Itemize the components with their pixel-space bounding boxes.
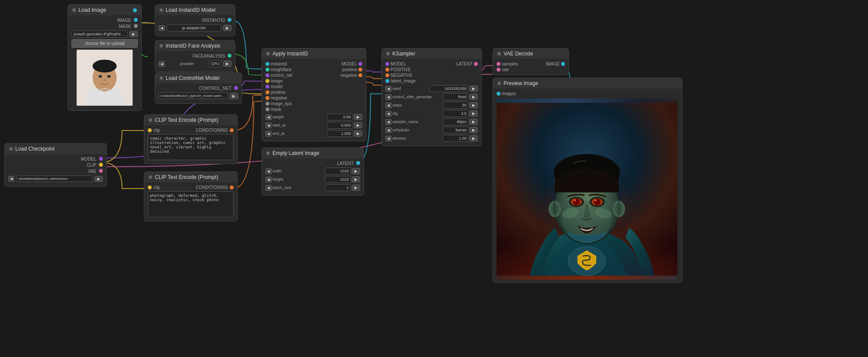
vae-in — [497, 68, 500, 72]
end-right[interactable]: ▶ — [354, 130, 362, 137]
end-at-row: ◀ end_at 1.000 ▶ — [266, 130, 362, 137]
weight-left[interactable]: ◀ — [266, 114, 272, 120]
start-right[interactable]: ▶ — [354, 122, 362, 128]
sampler-label: sampler_name — [392, 120, 442, 124]
width-val[interactable]: 1016 — [325, 168, 351, 175]
weight-right[interactable]: ▶ — [354, 114, 362, 120]
seed-right[interactable]: ▶ — [470, 86, 478, 92]
cag-left[interactable]: ◀ — [385, 94, 391, 100]
height-row: ◀ height 1016 ▶ — [266, 176, 360, 183]
denoise-right[interactable]: ▶ — [470, 135, 478, 141]
load-instantid-model-node: Load InstantID Model INSTANTID ◀ ip-adap… — [155, 4, 235, 36]
positive-prompt-textarea[interactable]: comic character, graphic illustration, c… — [148, 134, 234, 160]
denoise-val[interactable]: 1.00 — [443, 135, 469, 142]
provider-row: ◀ provider CPU ▶ — [159, 60, 231, 67]
left-arrow[interactable]: ◀ — [8, 176, 14, 182]
empty-latent-node: Empty Latent Image LATENT ◀ width 1016 ▶… — [262, 148, 364, 196]
height-label: height — [272, 177, 324, 182]
negative-prompt-textarea[interactable]: photograph, deformed, glitch, noisy, rea… — [148, 191, 234, 217]
preview-image-body: images — [493, 89, 682, 282]
batch-left[interactable]: ◀ — [266, 185, 272, 191]
sampler-right[interactable]: ▶ — [470, 119, 478, 125]
cfg-val[interactable]: 4.5 — [443, 110, 469, 117]
mask-port-dot — [134, 24, 138, 28]
steps-left[interactable]: ◀ — [385, 103, 391, 108]
left-arrow-btn[interactable]: ◀ — [159, 25, 165, 31]
empty-latent-header: Empty Latent Image — [262, 148, 364, 158]
play-btn[interactable]: ▶ — [95, 176, 103, 182]
width-row: ◀ width 1016 ▶ — [266, 168, 360, 175]
vae-out-port — [99, 169, 103, 173]
play-button[interactable]: ▶ — [129, 31, 138, 37]
height-val[interactable]: 1016 — [325, 176, 351, 183]
svg-point-5 — [92, 60, 116, 73]
cfg-row: ◀ cfg 4.5 ▶ — [385, 110, 478, 117]
batch-right[interactable]: ▶ — [352, 185, 360, 191]
node-status-dot — [386, 52, 390, 55]
sampler-val[interactable]: ddpm — [443, 118, 469, 125]
width-right[interactable]: ▶ — [352, 168, 360, 174]
cag-val[interactable]: fixed — [443, 93, 469, 100]
cfg-right[interactable]: ▶ — [470, 110, 478, 117]
svg-point-6 — [99, 75, 102, 78]
load-controlnet-header: Load ControlNet Model — [155, 73, 242, 83]
controlnet-in-port — [266, 73, 269, 77]
mask-port-label: MASK — [119, 24, 131, 29]
model-file-name[interactable]: instantid/diffusion_pytorch_model.safete… — [159, 93, 228, 99]
sampler-left[interactable]: ◀ — [385, 119, 391, 125]
start-at-val[interactable]: 0.000 — [327, 122, 353, 129]
scheduler-val[interactable]: karras — [443, 127, 469, 134]
weight-val[interactable]: 0.80 — [327, 113, 353, 120]
preview-image-title: Preview Image — [504, 80, 538, 86]
clip-in-port — [148, 128, 152, 132]
positive-out-port — [358, 68, 362, 72]
height-left[interactable]: ◀ — [266, 177, 272, 182]
model-out-label: MODEL — [81, 157, 96, 161]
node-status-dot — [72, 8, 76, 12]
height-right[interactable]: ▶ — [352, 176, 360, 182]
batch-label: batch_size — [272, 185, 324, 190]
vae-decode-node: VAE Decode samples IMAGE vae — [493, 48, 569, 75]
batch-val[interactable]: 1 — [325, 184, 351, 191]
clip-encode-2-body: clip CONDITIONING photograph, deformed, … — [144, 182, 237, 221]
node-status-dot — [497, 82, 501, 85]
clip-encode-1-body: clip CONDITIONING comic character, graph… — [144, 125, 237, 164]
instantid-port-dot — [228, 18, 231, 22]
node-status-dot — [160, 44, 163, 48]
seed-val[interactable]: 1631591050 — [429, 85, 469, 92]
instantid-file-row: ◀ ip-adapter.bin ▶ — [159, 24, 231, 31]
seed-left[interactable]: ◀ — [385, 86, 391, 92]
start-left[interactable]: ◀ — [266, 123, 272, 128]
preview-image-content — [497, 99, 677, 280]
denoise-left[interactable]: ◀ — [385, 136, 391, 141]
width-label: width — [272, 169, 324, 173]
ckpt-file-name[interactable]: sdxl/AlbedoBaseXL.safetensors — [16, 175, 93, 182]
steps-right[interactable]: ▶ — [470, 102, 478, 108]
node-status-dot — [9, 147, 13, 151]
width-left[interactable]: ◀ — [266, 168, 272, 174]
play-btn[interactable]: ▶ — [230, 93, 238, 99]
load-controlnet-node: Load ControlNet Model CONTROL_NET instan… — [155, 72, 242, 104]
ksampler-node: KSampler MODEL LATENT POSITIVE NEGATIVE … — [381, 48, 482, 146]
samples-in — [497, 62, 500, 66]
cfg-left[interactable]: ◀ — [385, 111, 391, 117]
node-status-dot — [149, 175, 152, 179]
cag-right[interactable]: ▶ — [470, 94, 478, 100]
end-left[interactable]: ◀ — [266, 131, 272, 137]
file-name-display[interactable]: joseph-gonzalez-iFgRcqHznqg-unsplash.jpg — [71, 31, 128, 38]
end-at-val[interactable]: 1.000 — [327, 130, 353, 137]
scheduler-left[interactable]: ◀ — [385, 127, 391, 133]
choose-file-button[interactable]: choose file to upload — [71, 39, 138, 48]
images-in — [497, 92, 500, 96]
images-label: images — [502, 91, 516, 96]
conditioning-out-port — [230, 185, 234, 189]
steps-val[interactable]: 30 — [443, 102, 469, 109]
play-button[interactable]: ▶ — [223, 25, 231, 31]
conditioning-out-label: CONDITIONING — [196, 185, 228, 190]
left-arrow[interactable]: ◀ — [159, 61, 165, 67]
control-net-port — [234, 86, 238, 90]
play-btn[interactable]: ▶ — [223, 61, 231, 67]
load-image-title: Load Image — [78, 7, 106, 13]
scheduler-right[interactable]: ▶ — [470, 127, 478, 133]
latent-out-port — [356, 161, 360, 165]
